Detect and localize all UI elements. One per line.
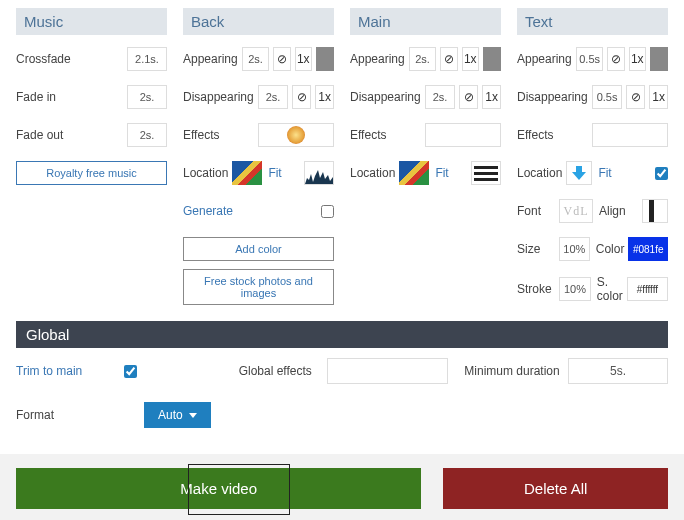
main-appearing-none-icon[interactable]: ⊘ xyxy=(440,47,457,71)
main-location-label: Location xyxy=(350,166,395,180)
format-dropdown[interactable]: Auto xyxy=(144,402,211,428)
skyline-thumb[interactable] xyxy=(304,161,334,185)
back-disappearing-label: Disappearing xyxy=(183,90,254,104)
main-title: Main xyxy=(350,8,501,35)
back-appearing-input[interactable]: 2s. xyxy=(242,47,270,71)
text-stroke-label: Stroke xyxy=(517,282,555,296)
section-global: Trim to main Global effects Minimum dura… xyxy=(0,358,684,448)
format-label: Format xyxy=(16,408,124,422)
back-disappearing-input[interactable]: 2s. xyxy=(258,85,289,109)
back-appearing-label: Appearing xyxy=(183,52,238,66)
text-location-label: Location xyxy=(517,166,562,180)
text-appearing-label: Appearing xyxy=(517,52,572,66)
global-effects-label: Global effects xyxy=(239,364,327,378)
text-scolor-label: S. color xyxy=(597,275,623,303)
text-disappearing-input[interactable]: 0.5s xyxy=(592,85,623,109)
royalty-free-music-button[interactable]: Royalty free music xyxy=(16,161,167,185)
main-appearing-mult[interactable]: 1x xyxy=(462,47,479,71)
text-font-label: Font xyxy=(517,204,555,218)
bars-thumb[interactable] xyxy=(471,161,501,185)
sun-icon xyxy=(287,126,305,144)
music-title: Music xyxy=(16,8,167,35)
fadeout-label: Fade out xyxy=(16,128,123,142)
fadein-input[interactable]: 2s. xyxy=(127,85,167,109)
crossfade-label: Crossfade xyxy=(16,52,123,66)
main-appearing-input[interactable]: 2s. xyxy=(409,47,437,71)
fadein-label: Fade in xyxy=(16,90,123,104)
mindur-input[interactable]: 5s. xyxy=(568,358,668,384)
text-color-swatch[interactable]: #081fe xyxy=(628,237,668,261)
footer: Make video Delete All xyxy=(0,454,684,520)
down-arrow-icon[interactable] xyxy=(566,161,592,185)
main-disappearing-label: Disappearing xyxy=(350,90,421,104)
text-appearing-input[interactable]: 0.5s xyxy=(576,47,604,71)
back-appearing-mult[interactable]: 1x xyxy=(295,47,312,71)
back-appearing-none-icon[interactable]: ⊘ xyxy=(273,47,290,71)
text-disappearing-mult[interactable]: 1x xyxy=(649,85,668,109)
text-disappearing-label: Disappearing xyxy=(517,90,588,104)
text-effects-input[interactable] xyxy=(592,123,668,147)
back-disappearing-none-icon[interactable]: ⊘ xyxy=(292,85,311,109)
back-generate-label[interactable]: Generate xyxy=(183,204,303,218)
add-color-button[interactable]: Add color xyxy=(183,237,334,261)
back-disappearing-mult[interactable]: 1x xyxy=(315,85,334,109)
main-fit-label[interactable]: Fit xyxy=(435,166,448,180)
text-disappearing-none-icon[interactable]: ⊘ xyxy=(626,85,645,109)
text-location-checkbox[interactable] xyxy=(655,167,668,180)
back-fit-label[interactable]: Fit xyxy=(268,166,281,180)
text-scolor-swatch[interactable]: #ffffff xyxy=(627,277,668,301)
parrot-thumb-main[interactable] xyxy=(399,161,429,185)
mindur-label: Minimum duration xyxy=(464,364,568,378)
text-align-label: Align xyxy=(599,204,638,218)
text-appearing-mult[interactable]: 1x xyxy=(629,47,646,71)
text-appearing-swatch[interactable] xyxy=(650,47,668,71)
caret-down-icon xyxy=(189,413,197,418)
global-effects-input[interactable] xyxy=(327,358,449,384)
main-appearing-swatch[interactable] xyxy=(483,47,501,71)
parrot-thumb[interactable] xyxy=(232,161,262,185)
text-fit-label[interactable]: Fit xyxy=(598,166,611,180)
main-disappearing-none-icon[interactable]: ⊘ xyxy=(459,85,478,109)
section-music: Music Crossfade 2.1s. Fade in 2s. Fade o… xyxy=(16,8,167,317)
section-back: Back Appearing 2s. ⊘ 1x Disappearing 2s.… xyxy=(183,8,334,317)
text-size-input[interactable]: 10% xyxy=(559,237,590,261)
free-stock-button[interactable]: Free stock photos and images xyxy=(183,269,334,305)
back-location-label: Location xyxy=(183,166,228,180)
crossfade-input[interactable]: 2.1s. xyxy=(127,47,167,71)
font-preview[interactable]: VdL xyxy=(559,199,593,223)
back-effects-input[interactable] xyxy=(258,123,334,147)
main-disappearing-mult[interactable]: 1x xyxy=(482,85,501,109)
back-title: Back xyxy=(183,8,334,35)
text-appearing-none-icon[interactable]: ⊘ xyxy=(607,47,624,71)
trim-label: Trim to main xyxy=(16,364,124,378)
text-title: Text xyxy=(517,8,668,35)
text-size-label: Size xyxy=(517,242,555,256)
back-effects-label: Effects xyxy=(183,128,254,142)
fadeout-input[interactable]: 2s. xyxy=(127,123,167,147)
main-disappearing-input[interactable]: 2s. xyxy=(425,85,456,109)
align-thumb[interactable] xyxy=(642,199,668,223)
delete-all-button[interactable]: Delete All xyxy=(443,468,668,509)
make-video-button[interactable]: Make video xyxy=(16,468,421,509)
back-generate-checkbox[interactable] xyxy=(321,205,334,218)
trim-checkbox[interactable] xyxy=(124,365,137,378)
global-title: Global xyxy=(16,321,668,348)
text-stroke-input[interactable]: 10% xyxy=(559,277,591,301)
main-effects-label: Effects xyxy=(350,128,421,142)
main-effects-input[interactable] xyxy=(425,123,501,147)
section-text: Text Appearing 0.5s ⊘ 1x Disappearing 0.… xyxy=(517,8,668,317)
section-main: Main Appearing 2s. ⊘ 1x Disappearing 2s.… xyxy=(350,8,501,317)
text-effects-label: Effects xyxy=(517,128,588,142)
main-appearing-label: Appearing xyxy=(350,52,405,66)
back-appearing-swatch[interactable] xyxy=(316,47,334,71)
text-color-label: Color xyxy=(596,242,625,256)
